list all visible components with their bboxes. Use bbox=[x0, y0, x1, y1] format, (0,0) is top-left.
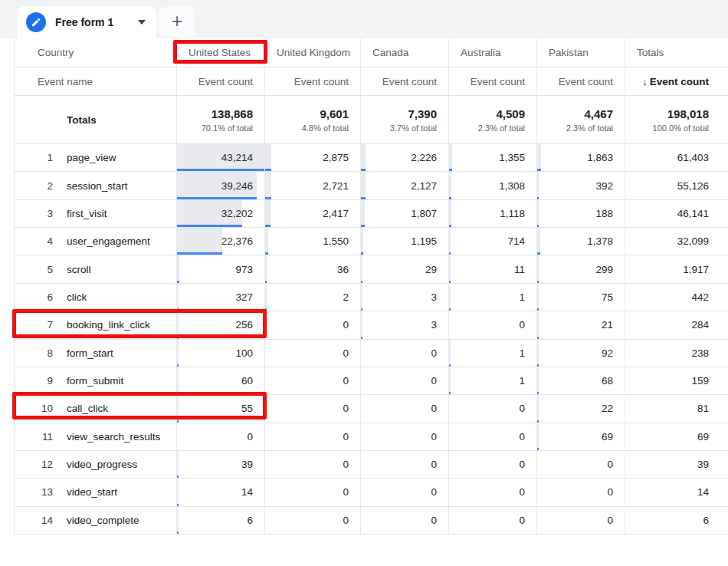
metric-header[interactable]: Event count bbox=[176, 67, 264, 95]
tab-free-form-1[interactable]: Free form 1 bbox=[17, 6, 156, 38]
metric-cell[interactable]: 39,246 bbox=[176, 172, 264, 199]
metric-header[interactable]: Event count bbox=[448, 67, 536, 95]
metric-cell[interactable]: 2,721 bbox=[264, 172, 360, 199]
metric-cell[interactable]: 36 bbox=[264, 255, 360, 282]
metric-cell[interactable]: 0 bbox=[264, 367, 360, 394]
metric-cell[interactable]: 3 bbox=[360, 284, 448, 311]
event-name-cell[interactable]: 14 video_complete bbox=[15, 507, 176, 534]
metric-cell[interactable]: 0 bbox=[536, 479, 625, 505]
metric-cell[interactable]: 1,308 bbox=[448, 172, 536, 199]
event-name-cell[interactable]: 7 booking_link_click bbox=[15, 311, 176, 338]
event-name-cell[interactable]: 2 session_start bbox=[15, 172, 176, 199]
row-total-cell[interactable]: 81 bbox=[625, 395, 728, 422]
metric-cell[interactable]: 0 bbox=[536, 451, 625, 478]
metric-cell[interactable]: 0 bbox=[264, 423, 360, 450]
metric-cell[interactable]: 60 bbox=[176, 367, 264, 394]
metric-cell[interactable]: 69 bbox=[536, 423, 625, 450]
column-header-canada[interactable]: Canada bbox=[360, 38, 448, 67]
row-total-cell[interactable]: 32,099 bbox=[625, 228, 728, 255]
metric-cell[interactable]: 6 bbox=[176, 507, 264, 534]
event-name-cell[interactable]: 12 video_progress bbox=[15, 451, 176, 478]
metric-cell[interactable]: 299 bbox=[536, 255, 625, 282]
metric-cell[interactable]: 0 bbox=[360, 423, 448, 450]
metric-header[interactable]: Event count bbox=[360, 67, 448, 95]
metric-cell[interactable]: 0 bbox=[264, 340, 360, 367]
metric-cell[interactable]: 2,875 bbox=[264, 144, 360, 171]
metric-cell[interactable]: 1,863 bbox=[536, 144, 625, 171]
metric-cell[interactable]: 22,376 bbox=[176, 228, 264, 255]
metric-cell[interactable]: 0 bbox=[536, 507, 625, 534]
metric-cell[interactable]: 0 bbox=[360, 507, 448, 534]
metric-cell[interactable]: 1,355 bbox=[448, 144, 536, 171]
metric-cell[interactable]: 0 bbox=[264, 451, 360, 478]
event-name-cell[interactable]: 6 click bbox=[15, 284, 176, 311]
metric-header[interactable]: Event count bbox=[536, 67, 625, 95]
event-name-cell[interactable]: 9 form_submit bbox=[15, 367, 176, 394]
metric-cell[interactable]: 14 bbox=[176, 479, 264, 505]
metric-cell[interactable]: 188 bbox=[536, 200, 625, 227]
row-total-cell[interactable]: 6 bbox=[625, 507, 728, 534]
metric-cell[interactable]: 327 bbox=[176, 284, 264, 311]
metric-cell[interactable]: 256 bbox=[176, 311, 264, 338]
metric-cell[interactable]: 0 bbox=[448, 395, 536, 422]
metric-cell[interactable]: 92 bbox=[536, 340, 625, 367]
metric-cell[interactable]: 1 bbox=[448, 367, 536, 394]
row-total-cell[interactable]: 238 bbox=[625, 340, 728, 367]
metric-cell[interactable]: 11 bbox=[448, 255, 536, 282]
row-total-cell[interactable]: 1,917 bbox=[625, 255, 728, 282]
column-header-totals[interactable]: Totals bbox=[625, 38, 728, 67]
metric-cell[interactable]: 100 bbox=[176, 340, 264, 367]
metric-cell[interactable]: 714 bbox=[448, 228, 536, 255]
metric-cell[interactable]: 55 bbox=[176, 395, 264, 422]
metric-cell[interactable]: 0 bbox=[448, 479, 536, 505]
metric-cell[interactable]: 2,417 bbox=[264, 200, 360, 227]
event-name-cell[interactable]: 1 page_view bbox=[15, 144, 176, 171]
row-total-cell[interactable]: 61,403 bbox=[625, 144, 728, 171]
metric-cell[interactable]: 1,195 bbox=[360, 228, 448, 255]
metric-cell[interactable]: 0 bbox=[264, 395, 360, 422]
metric-cell[interactable]: 1,378 bbox=[536, 228, 625, 255]
metric-cell[interactable]: 0 bbox=[360, 451, 448, 478]
metric-header-sorted[interactable]: ↓ Event count bbox=[625, 67, 728, 95]
row-total-cell[interactable]: 55,126 bbox=[625, 172, 728, 199]
metric-cell[interactable]: 0 bbox=[176, 423, 264, 450]
metric-cell[interactable]: 0 bbox=[264, 479, 360, 505]
metric-header[interactable]: Event count bbox=[264, 67, 360, 95]
metric-cell[interactable]: 0 bbox=[360, 340, 448, 367]
add-tab-button[interactable]: + bbox=[159, 6, 195, 37]
metric-cell[interactable]: 1,118 bbox=[448, 200, 536, 227]
event-name-cell[interactable]: 13 video_start bbox=[15, 479, 176, 505]
metric-cell[interactable]: 0 bbox=[360, 395, 448, 422]
metric-cell[interactable]: 2 bbox=[264, 284, 360, 311]
metric-cell[interactable]: 1 bbox=[448, 284, 536, 311]
event-name-cell[interactable]: 5 scroll bbox=[15, 255, 176, 282]
column-header-united-kingdom[interactable]: United Kingdom bbox=[264, 38, 360, 67]
metric-cell[interactable]: 973 bbox=[176, 255, 264, 282]
event-name-cell[interactable]: 8 form_start bbox=[15, 340, 176, 367]
metric-cell[interactable]: 0 bbox=[264, 507, 360, 534]
metric-cell[interactable]: 0 bbox=[360, 479, 448, 505]
metric-cell[interactable]: 0 bbox=[448, 311, 536, 338]
metric-cell[interactable]: 43,214 bbox=[176, 144, 264, 171]
row-total-cell[interactable]: 14 bbox=[625, 479, 728, 505]
metric-cell[interactable]: 29 bbox=[360, 255, 448, 282]
metric-cell[interactable]: 75 bbox=[536, 284, 625, 311]
row-total-cell[interactable]: 284 bbox=[625, 311, 728, 338]
metric-cell[interactable]: 0 bbox=[264, 311, 360, 338]
event-name-cell[interactable]: 10 call_click bbox=[15, 395, 176, 422]
chevron-down-icon[interactable] bbox=[138, 20, 146, 25]
row-total-cell[interactable]: 442 bbox=[625, 284, 728, 311]
metric-cell[interactable]: 3 bbox=[360, 311, 448, 338]
event-name-cell[interactable]: 11 view_search_results bbox=[15, 423, 176, 450]
metric-cell[interactable]: 22 bbox=[536, 395, 625, 422]
metric-cell[interactable]: 68 bbox=[536, 367, 625, 394]
column-header-australia[interactable]: Australia bbox=[448, 38, 536, 67]
metric-cell[interactable]: 0 bbox=[448, 451, 536, 478]
metric-cell[interactable]: 0 bbox=[448, 507, 536, 534]
metric-cell[interactable]: 392 bbox=[536, 172, 625, 199]
metric-cell[interactable]: 1,807 bbox=[360, 200, 448, 227]
metric-cell[interactable]: 39 bbox=[176, 451, 264, 478]
metric-cell[interactable]: 1,550 bbox=[264, 228, 360, 255]
row-total-cell[interactable]: 39 bbox=[625, 451, 728, 478]
event-name-cell[interactable]: 4 user_engagement bbox=[15, 228, 176, 255]
